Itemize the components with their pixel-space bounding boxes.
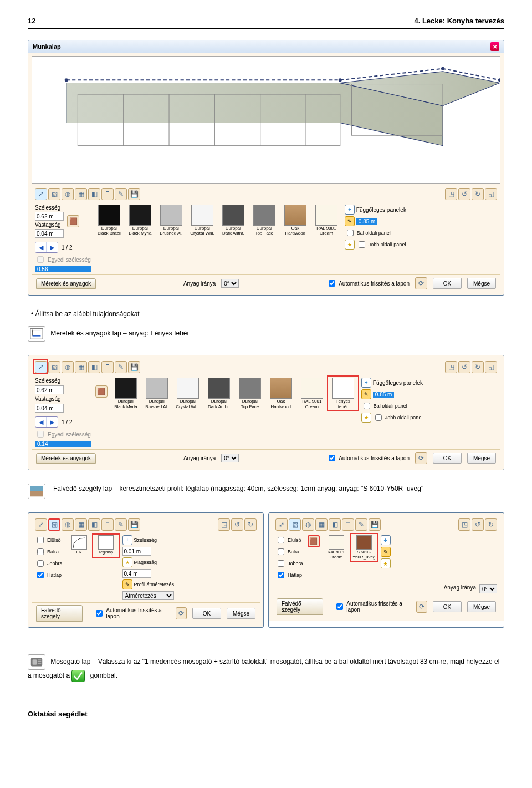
add-button[interactable]: +: [345, 205, 355, 215]
cancel-button[interactable]: Mégse: [467, 601, 496, 612]
refresh-icon[interactable]: ⟳: [416, 601, 427, 613]
zoom-fit-icon[interactable]: ◱: [485, 361, 497, 373]
edit-icon[interactable]: ✎: [115, 518, 127, 531]
ok-button[interactable]: OK: [192, 608, 221, 619]
edit-button[interactable]: ✎: [381, 547, 391, 557]
refresh-icon[interactable]: ⟳: [415, 452, 427, 464]
material-swatch[interactable]: DuropalDark Anthr.: [219, 205, 247, 236]
material-swatch[interactable]: DuropalBlack Myria: [112, 378, 140, 409]
auto-refresh-checkbox[interactable]: [336, 603, 343, 610]
material-swatch[interactable]: DuropalTop Face: [250, 205, 278, 236]
resize-select[interactable]: Átméretezés: [122, 591, 175, 600]
save-icon[interactable]: 💾: [128, 518, 140, 531]
front-checkbox[interactable]: [37, 537, 44, 543]
edit-button[interactable]: ✎: [122, 579, 132, 589]
rotate-right-icon[interactable]: ↻: [472, 361, 484, 373]
cancel-button[interactable]: Mégse: [467, 453, 496, 464]
edge-icon[interactable]: 🭶: [101, 361, 114, 373]
rotate-left-icon[interactable]: ↺: [472, 518, 484, 531]
pager-arrows[interactable]: ◀▶: [35, 242, 58, 253]
material-swatch[interactable]: Fényesfehér: [329, 378, 357, 409]
front-checkbox[interactable]: [278, 537, 284, 543]
auto-refresh-checkbox[interactable]: [96, 610, 103, 617]
refresh-icon[interactable]: ⟳: [415, 277, 427, 289]
size-materials-icon[interactable]: ⤢: [35, 188, 47, 200]
sink-icon[interactable]: ◍: [302, 518, 314, 531]
zoom-fit-icon[interactable]: ◱: [485, 188, 497, 200]
hob-icon[interactable]: ▦: [75, 361, 87, 373]
material-swatch[interactable]: OakHardwood: [267, 378, 295, 409]
width-input[interactable]: [35, 385, 64, 394]
ok-button[interactable]: OK: [433, 453, 462, 464]
material-swatch[interactable]: RAL 9001Cream: [313, 205, 340, 236]
ma-input[interactable]: [122, 569, 151, 578]
backsplash-icon[interactable]: ▧: [48, 518, 60, 531]
edge-icon[interactable]: 🭶: [101, 518, 114, 531]
material-swatch[interactable]: DuropalBrushed Al.: [157, 205, 185, 236]
auto-refresh-checkbox[interactable]: [329, 455, 335, 461]
right-checkbox[interactable]: [37, 560, 44, 567]
edge-icon[interactable]: 🭶: [101, 188, 114, 200]
accessory-icon[interactable]: ◧: [88, 518, 100, 531]
view-3d-icon[interactable]: ◳: [445, 361, 457, 373]
backsplash-icon[interactable]: ▧: [48, 188, 60, 200]
hob-icon[interactable]: ▦: [75, 188, 87, 200]
edit-icon[interactable]: ✎: [115, 361, 127, 373]
tab-sizes-materials[interactable]: Méretek és anyagok: [36, 278, 96, 289]
edit-icon[interactable]: ✎: [355, 518, 367, 531]
backsplash-icon[interactable]: ▧: [289, 518, 301, 531]
sink-icon[interactable]: ◍: [62, 188, 74, 200]
accessory-icon[interactable]: ◧: [88, 361, 100, 373]
rotate-left-icon[interactable]: ↺: [458, 188, 470, 200]
view-3d-icon[interactable]: ◳: [218, 518, 230, 531]
favorite-button[interactable]: ★: [122, 557, 132, 567]
material-swatch[interactable]: S 6010-Y50R_uveg: [352, 535, 376, 560]
tab-backsplash[interactable]: Falvédő szegély: [36, 605, 83, 622]
left-checkbox[interactable]: [278, 548, 284, 555]
auto-refresh-checkbox[interactable]: [329, 280, 335, 287]
right-checkbox[interactable]: [278, 560, 284, 567]
tab-sizes-materials[interactable]: Méretek és anyagok: [36, 453, 96, 464]
hob-icon[interactable]: ▦: [75, 518, 87, 531]
hob-icon[interactable]: ▦: [315, 518, 328, 531]
size-materials-icon[interactable]: ⤢: [35, 518, 47, 531]
material-swatch[interactable]: RAL 9001Cream: [298, 378, 326, 409]
favorite-button[interactable]: ★: [381, 558, 391, 568]
rotate-right-icon[interactable]: ↻: [472, 188, 484, 200]
ok-button[interactable]: OK: [433, 601, 462, 612]
add-button[interactable]: +: [122, 535, 132, 545]
material-icon[interactable]: 🟫: [67, 215, 79, 227]
save-icon[interactable]: 💾: [128, 361, 140, 373]
save-icon[interactable]: 💾: [369, 518, 381, 531]
left-checkbox[interactable]: [37, 548, 44, 555]
3d-preview[interactable]: [32, 56, 500, 184]
pager-arrows[interactable]: ◀▶: [35, 416, 58, 428]
sink-icon[interactable]: ◍: [62, 518, 74, 531]
view-3d-icon[interactable]: ◳: [445, 188, 457, 200]
cancel-button[interactable]: Mégse: [227, 608, 255, 619]
sz-input[interactable]: [122, 547, 151, 556]
material-swatch[interactable]: DuropalDark Anthr.: [205, 378, 233, 409]
size-materials-icon[interactable]: ⤢: [35, 361, 47, 373]
material-swatch[interactable]: OakHardwood: [282, 205, 309, 236]
material-swatch[interactable]: DuropalBlack Myria: [126, 205, 154, 236]
edit-button[interactable]: ✎: [345, 216, 355, 226]
edit-icon[interactable]: ✎: [115, 188, 127, 200]
material-icon[interactable]: 🟫: [308, 535, 320, 547]
rotate-right-icon[interactable]: ↻: [485, 518, 497, 531]
back-checkbox[interactable]: [37, 572, 44, 578]
rotate-right-icon[interactable]: ↻: [244, 518, 257, 531]
add-button[interactable]: +: [381, 535, 391, 545]
material-swatch[interactable]: DuropalTop Face: [236, 378, 264, 409]
refresh-icon[interactable]: ⟳: [176, 607, 187, 619]
material-swatch[interactable]: RAL 9001Cream: [324, 535, 349, 560]
ok-button[interactable]: OK: [433, 278, 462, 289]
view-3d-icon[interactable]: ◳: [458, 518, 470, 531]
favorite-button[interactable]: ★: [361, 413, 371, 423]
left-panel-checkbox[interactable]: [364, 403, 370, 409]
close-icon[interactable]: ✕: [490, 42, 499, 51]
left-panel-checkbox[interactable]: [347, 230, 354, 236]
edit-button[interactable]: ✎: [361, 389, 371, 399]
tab-backsplash[interactable]: Falvédő szegély: [277, 598, 323, 615]
material-swatch[interactable]: DuropalCrystal Whi.: [188, 205, 216, 236]
